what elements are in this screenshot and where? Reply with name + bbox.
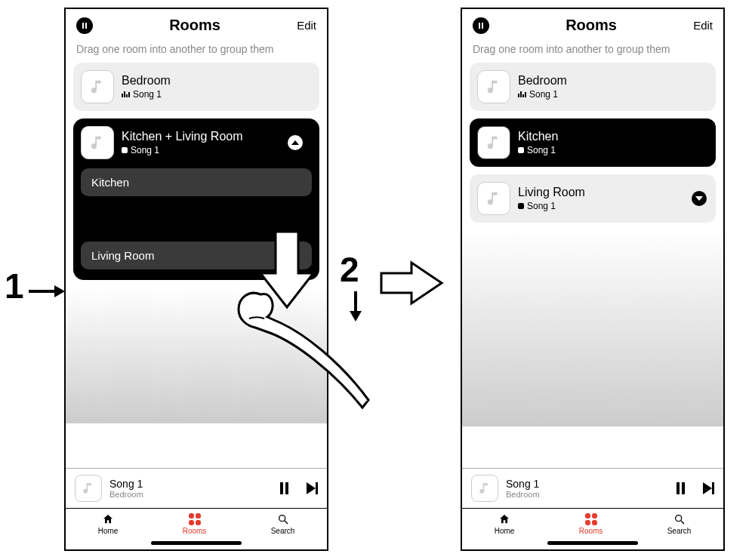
now-playing-room: Bedroom [506, 490, 669, 499]
now-playing-title: Song 1 [506, 478, 669, 490]
room-card-kitchen[interactable]: Kitchen Song 1 [470, 118, 716, 167]
track-name: Song 1 [527, 201, 556, 211]
phone-screen-after: Rooms Edit Drag one room into another to… [461, 8, 725, 551]
album-art-icon [75, 475, 102, 502]
track-name: Song 1 [529, 89, 558, 100]
music-note-icon [485, 134, 502, 151]
header: Rooms Edit [66, 9, 327, 38]
album-art-icon [477, 182, 510, 215]
tab-label: Search [667, 527, 692, 535]
pause-icon[interactable] [473, 17, 489, 34]
annotation-step-1: 1 [5, 266, 24, 306]
tab-home[interactable]: Home [495, 513, 515, 535]
stop-icon [518, 203, 524, 209]
home-icon [101, 513, 115, 525]
music-note-icon [485, 78, 502, 95]
pause-button[interactable] [676, 482, 685, 494]
collapse-icon[interactable] [288, 135, 303, 150]
tab-search[interactable]: Search [271, 513, 295, 535]
album-art-icon [81, 70, 114, 103]
tab-label: Rooms [183, 527, 207, 535]
arrow-right-icon [29, 284, 65, 299]
next-track-button[interactable] [703, 482, 714, 494]
search-icon [277, 513, 289, 525]
tab-rooms[interactable]: Rooms [183, 513, 207, 535]
svg-line-3 [681, 521, 684, 524]
pause-button[interactable] [280, 482, 288, 494]
tab-bar: Home Rooms Search [462, 508, 723, 538]
tab-bar: Home Rooms Search [66, 508, 327, 538]
tab-label: Search [271, 527, 295, 535]
room-name: Bedroom [122, 74, 171, 88]
pause-icon[interactable] [76, 17, 93, 34]
tab-label: Home [98, 527, 119, 535]
stop-icon [518, 147, 524, 153]
svg-line-1 [285, 521, 288, 524]
expand-icon[interactable] [692, 191, 707, 206]
music-note-icon [89, 134, 106, 151]
tab-label: Home [495, 527, 515, 535]
svg-marker-5 [54, 285, 65, 297]
rooms-list: Bedroom Song 1 Kitchen Song 1 [462, 63, 723, 468]
music-note-icon [89, 78, 106, 95]
now-playing-room: Bedroom [109, 490, 273, 499]
equalizer-icon [518, 91, 526, 97]
room-name: Bedroom [518, 74, 567, 88]
arrow-down-icon [348, 291, 363, 322]
drag-arrow-down-icon [257, 228, 317, 311]
search-icon [673, 513, 686, 525]
svg-marker-7 [350, 311, 362, 322]
album-art-icon [477, 126, 510, 159]
page-title: Rooms [169, 17, 220, 34]
tab-label: Rooms [579, 527, 603, 535]
tab-search[interactable]: Search [667, 513, 692, 535]
tab-home[interactable]: Home [98, 513, 119, 535]
hint-text: Drag one room into another to group them [66, 38, 327, 63]
annotation-step-2: 2 [340, 249, 359, 290]
svg-point-2 [675, 515, 681, 522]
now-playing-bar[interactable]: Song 1 Bedroom [66, 468, 327, 508]
tab-rooms[interactable]: Rooms [579, 513, 603, 535]
header: Rooms Edit [462, 9, 723, 38]
subroom-kitchen[interactable]: Kitchen [81, 168, 312, 196]
svg-point-0 [279, 515, 285, 522]
stop-icon [122, 147, 128, 153]
room-card-bedroom[interactable]: Bedroom Song 1 [470, 63, 716, 111]
track-name: Song 1 [131, 145, 159, 155]
music-note-icon [82, 482, 95, 495]
home-indicator [547, 541, 638, 545]
now-playing-title: Song 1 [109, 478, 273, 490]
home-indicator [151, 541, 242, 545]
now-playing-bar[interactable]: Song 1 Bedroom [462, 468, 723, 508]
group-name: Kitchen + Living Room [122, 130, 243, 143]
grid-icon [585, 513, 597, 525]
edit-button[interactable]: Edit [693, 19, 713, 32]
background-gradient [462, 230, 723, 426]
music-note-icon [485, 190, 502, 207]
album-art-icon [81, 126, 114, 159]
page-title: Rooms [566, 17, 617, 34]
equalizer-icon [122, 91, 130, 97]
next-track-button[interactable] [307, 482, 318, 494]
home-icon [498, 513, 511, 525]
room-name: Kitchen [518, 130, 558, 143]
grid-icon [189, 513, 201, 525]
album-art-icon [477, 70, 510, 103]
track-name: Song 1 [133, 89, 162, 100]
edit-button[interactable]: Edit [297, 19, 316, 32]
arrow-right-outline-icon [378, 257, 445, 309]
room-card-bedroom[interactable]: Bedroom Song 1 [73, 63, 319, 111]
track-name: Song 1 [527, 145, 556, 155]
hint-text: Drag one room into another to group them [462, 38, 723, 63]
music-note-icon [478, 482, 492, 495]
room-card-living-room[interactable]: Living Room Song 1 [470, 174, 716, 223]
album-art-icon [471, 475, 498, 502]
room-name: Living Room [518, 186, 585, 199]
